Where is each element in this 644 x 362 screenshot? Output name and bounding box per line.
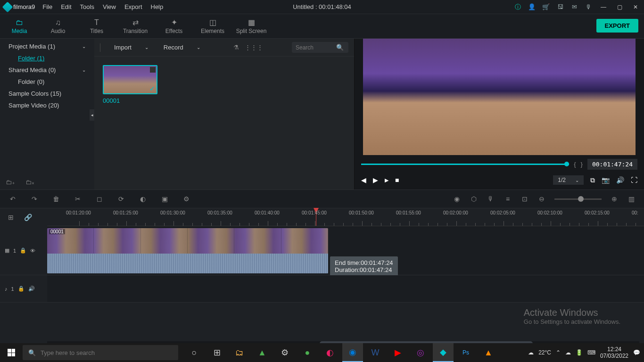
video-clip[interactable]: 00001 (47, 228, 328, 273)
export-button[interactable]: EXPORT (596, 19, 638, 33)
preview-scrubber[interactable] (361, 164, 569, 165)
fit-button[interactable]: ⊡ (520, 195, 529, 203)
greenscreen-button[interactable]: ▣ (160, 195, 169, 203)
speed-button[interactable]: ⟳ (117, 195, 125, 203)
taskview-icon[interactable]: ⊞ (206, 343, 227, 362)
weather-temp[interactable]: 22°C (538, 349, 551, 356)
voiceover-button[interactable]: 🎙 (487, 195, 495, 203)
zoom-handle[interactable] (578, 196, 584, 202)
menu-view[interactable]: View (103, 3, 116, 10)
tab-transition[interactable]: ⇄ Transition (116, 14, 155, 39)
menu-export[interactable]: Export (124, 3, 142, 10)
vlc-icon[interactable]: ▲ (478, 343, 499, 362)
color-button[interactable]: ◐ (139, 195, 147, 203)
mail-icon[interactable]: ✉ (570, 3, 578, 11)
menu-help[interactable]: Help (151, 3, 164, 10)
marker-button[interactable]: ⬡ (470, 195, 478, 203)
next-frame-button[interactable]: ▶ (385, 177, 388, 183)
play-button[interactable]: ▶ (373, 176, 378, 184)
mark-in-button[interactable]: { (574, 161, 576, 168)
collapse-sidebar-button[interactable]: ◂ (90, 109, 94, 121)
audio-track-content[interactable] (47, 275, 644, 302)
app-icon-1[interactable]: ▲ (252, 343, 272, 362)
sidebar-folder-0[interactable]: Folder (0) (0, 76, 94, 88)
preview-quality-select[interactable]: 1/2 ⌄ (553, 175, 584, 185)
edge-icon[interactable]: ◉ (342, 343, 363, 362)
lock-icon[interactable]: 🔒 (18, 286, 25, 292)
crop-button[interactable]: ◻ (95, 195, 104, 203)
start-button[interactable] (0, 343, 23, 362)
onedrive-icon[interactable]: ☁ (565, 349, 571, 356)
minimize-button[interactable]: — (599, 4, 608, 10)
cortana-icon[interactable]: ○ (184, 343, 205, 362)
new-folder-icon[interactable]: 🗀₊ (6, 179, 15, 186)
lock-icon[interactable]: 🔒 (20, 247, 26, 254)
scrubber-handle[interactable] (564, 162, 569, 166)
adjust-button[interactable]: ⚙ (182, 195, 190, 203)
search-box[interactable]: 🔍 (292, 42, 348, 53)
battery-icon[interactable]: 🔋 (576, 349, 583, 356)
record-dropdown[interactable]: Record ⌄ (159, 42, 205, 53)
weather-icon[interactable]: ☁ (528, 349, 534, 356)
preview-video[interactable] (363, 39, 636, 155)
zoom-out-button[interactable]: ⊖ (537, 195, 546, 203)
explorer-icon[interactable]: 🗂 (229, 343, 250, 362)
media-item[interactable]: ✓ 00001 (103, 65, 157, 104)
zoom-slider[interactable] (554, 198, 602, 200)
timeline-options-button[interactable]: ▥ (627, 195, 636, 203)
menu-file[interactable]: File (42, 3, 52, 10)
word-icon[interactable]: W (365, 343, 386, 362)
redo-button[interactable]: ↷ (30, 195, 39, 203)
tab-splitscreen[interactable]: ▦ Split Screen (232, 14, 271, 39)
sidebar-sample-video[interactable]: Sample Video (20) (0, 99, 94, 111)
prev-frame-button[interactable]: ◀ (361, 176, 366, 184)
search-icon[interactable]: 🔍 (336, 44, 344, 51)
speaker-icon[interactable]: 🔊 (28, 286, 35, 292)
timeline-manage-icon[interactable]: ⊞ (7, 214, 15, 221)
delete-button[interactable]: 🗑 (52, 195, 60, 203)
stop-button[interactable]: ■ (395, 176, 399, 184)
tab-elements[interactable]: ◫ Elements (193, 14, 232, 39)
menu-tools[interactable]: Tools (80, 3, 94, 10)
mic-icon[interactable]: 🎙 (585, 3, 592, 11)
settings-icon[interactable]: ⚙ (274, 343, 295, 362)
app-icon-5[interactable]: ◎ (410, 343, 431, 362)
sidebar-folder-1[interactable]: Folder (1) (0, 52, 94, 64)
taskbar-search-input[interactable] (41, 349, 173, 356)
filmora-taskbar-icon[interactable]: ◆ (433, 343, 454, 362)
cut-button[interactable]: ✂ (74, 195, 82, 203)
link-icon[interactable]: 🔗 (24, 214, 32, 221)
save-icon[interactable]: 🖫 (556, 3, 564, 11)
app-icon-3[interactable]: ◐ (320, 343, 340, 362)
taskbar-search[interactable]: 🔍 (23, 345, 178, 360)
search-input[interactable] (296, 44, 333, 51)
timecode-display[interactable]: 00:01:47:24 (587, 159, 637, 170)
tab-audio[interactable]: ♫ Audio (39, 14, 77, 39)
close-button[interactable]: ✕ (631, 4, 640, 10)
mark-out-button[interactable]: } (581, 161, 583, 168)
grid-view-icon[interactable]: ⋮⋮⋮ (245, 44, 263, 51)
sidebar-sample-colors[interactable]: Sample Colors (15) (0, 88, 94, 99)
popout-icon[interactable]: ⧉ (590, 176, 595, 184)
sidebar-shared-media[interactable]: Shared Media (0) ⌄ (0, 64, 94, 76)
tray-chevron-icon[interactable]: ⌃ (556, 349, 561, 356)
tab-effects[interactable]: ✦ Effects (155, 14, 193, 39)
video-track-content[interactable]: 00001 End time:00:01:47:24 Duration:00:0… (47, 226, 644, 275)
maximize-button[interactable]: ▢ (615, 4, 624, 10)
eye-icon[interactable]: 👁 (30, 248, 35, 254)
render-button[interactable]: ◉ (453, 195, 461, 203)
cart-icon[interactable]: 🛒 (542, 3, 550, 11)
account-icon[interactable]: 👤 (528, 3, 536, 11)
keyboard-icon[interactable]: ⌨ (587, 349, 595, 356)
filter-icon[interactable]: ⚗ (233, 44, 239, 51)
app-icon-4[interactable]: ▶ (388, 343, 408, 362)
media-thumbnail[interactable]: ✓ (103, 65, 157, 94)
menu-edit[interactable]: Edit (61, 3, 71, 10)
tab-titles[interactable]: T Titles (77, 14, 116, 39)
photoshop-icon[interactable]: Ps (455, 343, 476, 362)
info-icon[interactable]: ⓘ (514, 3, 521, 11)
taskbar-clock[interactable]: 12:24 07/03/2022 (600, 346, 628, 360)
timeline-ruler[interactable]: 00:01:20:0000:01:25:0000:01:30:0000:01:3… (47, 208, 644, 226)
notifications-icon[interactable]: 💬 (633, 349, 640, 356)
import-dropdown[interactable]: Import ⌄ (109, 42, 153, 53)
